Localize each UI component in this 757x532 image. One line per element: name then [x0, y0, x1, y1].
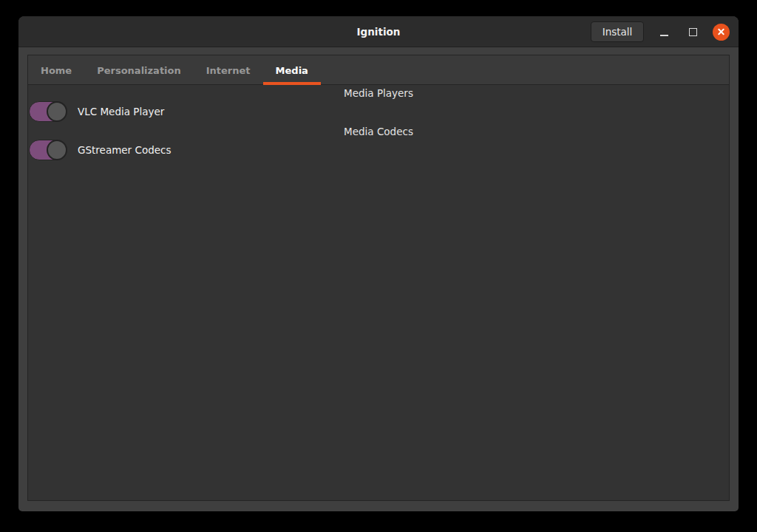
tab-media[interactable]: Media	[263, 55, 321, 85]
minimize-icon	[660, 35, 668, 36]
minimize-button[interactable]	[655, 23, 673, 41]
close-icon	[713, 24, 730, 41]
section-title-media-players: Media Players	[28, 87, 729, 99]
headerbar: Ignition Install	[18, 16, 739, 47]
gstreamer-toggle-switch[interactable]	[29, 140, 67, 160]
app-window: Ignition Install Home Personalization In…	[18, 16, 739, 511]
media-tab-content: Media Players VLC Media Player Media Cod…	[28, 86, 729, 500]
gstreamer-toggle-label: GStreamer Codecs	[78, 144, 171, 156]
tab-internet[interactable]: Internet	[194, 55, 263, 85]
vlc-toggle-switch[interactable]	[29, 101, 67, 122]
tab-bar: Home Personalization Internet Media	[28, 55, 729, 85]
close-button[interactable]	[713, 24, 730, 41]
install-button[interactable]: Install	[591, 21, 644, 42]
install-button-label: Install	[602, 26, 633, 38]
section-title-media-codecs: Media Codecs	[28, 126, 729, 137]
list-item-gstreamer: GStreamer Codecs	[29, 137, 729, 163]
notebook: Home Personalization Internet Media Medi…	[27, 55, 730, 501]
vlc-toggle-label: VLC Media Player	[78, 106, 164, 117]
maximize-button[interactable]	[684, 23, 702, 41]
switch-knob	[47, 101, 67, 122]
tab-personalization[interactable]: Personalization	[84, 55, 194, 85]
tab-home[interactable]: Home	[28, 55, 84, 85]
switch-knob	[47, 140, 67, 160]
headerbar-controls: Install	[591, 16, 730, 47]
list-item-vlc: VLC Media Player	[29, 99, 729, 124]
maximize-icon	[689, 28, 697, 36]
